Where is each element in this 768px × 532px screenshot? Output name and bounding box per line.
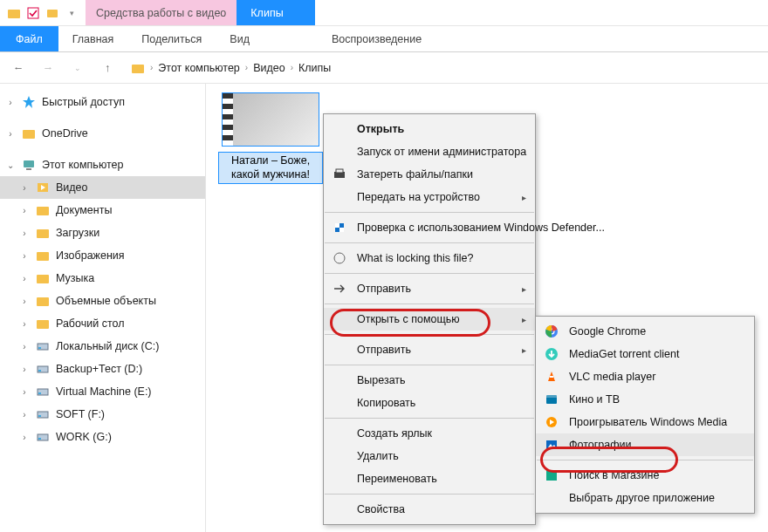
menu-open-with[interactable]: Открыть с помощью▸ <box>324 308 535 331</box>
chevron-right-icon[interactable]: › <box>19 183 30 193</box>
chevron-right-icon[interactable]: › <box>19 251 30 261</box>
tab-playback[interactable]: Воспроизведение <box>318 26 435 51</box>
svg-rect-25 <box>38 438 41 440</box>
chevron-right-icon[interactable]: › <box>19 387 30 397</box>
store-icon <box>543 467 560 484</box>
menu-rename[interactable]: Переименовать <box>324 467 535 490</box>
open-with-app[interactable]: Фотографии <box>536 433 754 456</box>
svg-marker-4 <box>23 96 35 108</box>
open-with-app[interactable]: Кино и ТВ <box>536 388 754 411</box>
share-icon <box>331 280 348 297</box>
chevron-right-icon[interactable]: › <box>150 63 153 72</box>
menu-create-shortcut[interactable]: Создать ярлык <box>324 422 535 445</box>
qat-properties-icon[interactable] <box>26 6 40 20</box>
explorer-icon <box>7 6 21 20</box>
chevron-right-icon[interactable]: › <box>19 274 30 283</box>
printer-icon <box>331 166 348 183</box>
star-icon <box>21 94 37 110</box>
pc-icon <box>21 157 37 173</box>
chevron-right-icon[interactable]: › <box>19 410 30 419</box>
qat-new-folder-icon[interactable] <box>45 6 59 20</box>
file-name[interactable]: Натали – Боже, какой мужчина! <box>218 152 323 184</box>
chevron-down-icon[interactable]: ⌄ <box>5 160 16 170</box>
menu-cut[interactable]: Вырезать <box>324 369 535 392</box>
chrome-icon <box>543 323 560 340</box>
chevron-right-icon[interactable]: › <box>19 342 30 351</box>
menu-cast[interactable]: Передать на устройство▸ <box>324 186 535 208</box>
menu-what-locking[interactable]: What is locking this file? <box>324 247 535 269</box>
tree-label: SOFT (F:) <box>56 408 105 420</box>
menu-choose-another-app[interactable]: Выбрать другое приложение <box>536 487 754 509</box>
open-with-app[interactable]: VLC media player <box>536 365 754 388</box>
vlc-icon <box>543 368 560 385</box>
chevron-right-icon[interactable]: › <box>19 297 30 306</box>
tree-item[interactable]: ›Загрузки <box>0 222 205 244</box>
tree-item[interactable]: ›Музыка <box>0 267 205 290</box>
nav-recent-dropdown[interactable]: ⌄ <box>66 57 89 79</box>
svg-rect-29 <box>335 223 339 228</box>
open-with-app[interactable]: Google Chrome <box>536 320 754 343</box>
menu-sendto[interactable]: Отправить▸ <box>324 277 535 300</box>
tree-item[interactable]: ›Virtual Machine (E:) <box>0 380 205 403</box>
tree-item[interactable]: ›Рабочий стол <box>0 312 205 335</box>
tree-label: Backup+Тест (D:) <box>56 363 142 375</box>
qat-customize-icon[interactable]: ▾ <box>65 6 79 20</box>
menu-open[interactable]: Открыть <box>324 118 535 140</box>
menu-delete[interactable]: Удалить <box>324 445 535 467</box>
crumb-this-pc[interactable]: Этот компьютер <box>158 62 239 74</box>
tree-this-pc[interactable]: ⌄ Этот компьютер <box>0 153 205 176</box>
context-menu: Открыть Запуск от имени администратора З… <box>323 113 536 525</box>
tree-item[interactable]: ›Backup+Тест (D:) <box>0 358 205 380</box>
menu-properties[interactable]: Свойства <box>324 498 535 521</box>
open-with-app[interactable]: Проигрыватель Windows Media <box>536 411 754 433</box>
crumb-videos[interactable]: Видео <box>253 62 285 74</box>
tree-item[interactable]: ›Объемные объекты <box>0 290 205 312</box>
menu-copy[interactable]: Копировать <box>324 392 535 414</box>
drive-icon <box>35 384 51 399</box>
nav-forward-button[interactable]: → <box>37 57 59 79</box>
chevron-right-icon[interactable]: › <box>19 228 30 238</box>
menu-run-admin[interactable]: Запуск от имени администратора <box>324 140 535 163</box>
tab-view[interactable]: Вид <box>216 26 264 51</box>
svg-rect-6 <box>24 160 34 167</box>
nav-up-button[interactable]: ↑ <box>96 57 119 79</box>
chevron-right-icon[interactable]: › <box>19 206 30 215</box>
chevron-right-icon[interactable]: › <box>291 63 293 72</box>
app-label: Проигрыватель Windows Media <box>569 416 727 428</box>
navigation-tree[interactable]: › Быстрый доступ › OneDrive ⌄ Этот компь… <box>0 84 206 532</box>
tab-home[interactable]: Главная <box>58 26 128 51</box>
tree-item[interactable]: ›WORK (G:) <box>0 426 205 448</box>
chevron-right-icon[interactable]: › <box>5 129 16 139</box>
breadcrumb[interactable]: › Этот компьютер › Видео › Клипы <box>131 61 331 75</box>
tree-item[interactable]: ›SOFT (F:) <box>0 403 205 426</box>
open-with-app[interactable]: MediaGet torrent client <box>536 343 754 365</box>
tree-label: WORK (G:) <box>56 431 112 443</box>
svg-rect-2 <box>47 10 58 17</box>
tree-item[interactable]: ›Изображения <box>0 244 205 267</box>
menu-search-store[interactable]: Поиск в Магазине <box>536 464 754 487</box>
video-thumbnail[interactable] <box>222 92 319 147</box>
crumb-clips[interactable]: Клипы <box>298 62 331 74</box>
file-tab[interactable]: Файл <box>0 26 58 51</box>
tree-label: Музыка <box>56 272 94 284</box>
chevron-right-icon[interactable]: › <box>245 63 248 72</box>
file-item[interactable]: Натали – Боже, какой мужчина! <box>218 92 323 184</box>
chevron-right-icon[interactable]: › <box>19 433 30 442</box>
nav-back-button[interactable]: ← <box>7 57 30 79</box>
tree-item[interactable]: ›Локальный диск (C:) <box>0 335 205 358</box>
folder-icon <box>35 270 51 286</box>
chevron-right-icon[interactable]: › <box>5 98 16 107</box>
chevron-right-icon[interactable]: › <box>19 365 30 374</box>
menu-sendto2[interactable]: Отправить▸ <box>324 338 535 361</box>
menu-shred[interactable]: Затереть файлы/папки <box>324 163 535 186</box>
tree-item[interactable]: ›Видео <box>0 176 205 199</box>
chevron-right-icon[interactable]: › <box>19 319 30 329</box>
tree-onedrive[interactable]: › OneDrive <box>0 122 205 145</box>
menu-defender[interactable]: Проверка с использованием Windows Defend… <box>324 216 535 239</box>
tree-item[interactable]: ›Документы <box>0 199 205 222</box>
tab-share[interactable]: Поделиться <box>127 26 216 51</box>
app-label: VLC media player <box>569 371 655 383</box>
photos-icon <box>543 436 560 454</box>
drive-icon <box>35 361 51 377</box>
tree-quick-access[interactable]: › Быстрый доступ <box>0 91 205 113</box>
